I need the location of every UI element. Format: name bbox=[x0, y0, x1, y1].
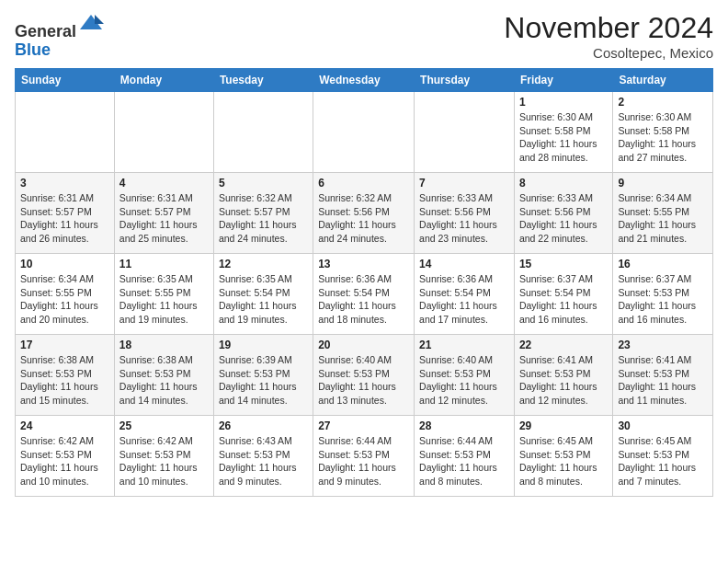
day-number: 16 bbox=[618, 258, 708, 270]
day-number: 8 bbox=[519, 177, 608, 190]
day-number: 18 bbox=[119, 339, 209, 351]
calendar-cell: 7Sunrise: 6:33 AM Sunset: 5:56 PM Daylig… bbox=[415, 173, 515, 254]
day-info: Sunrise: 6:32 AM Sunset: 5:57 PM Dayligh… bbox=[219, 191, 308, 246]
weekday-header-monday: Monday bbox=[114, 69, 213, 92]
calendar-cell: 26Sunrise: 6:43 AM Sunset: 5:53 PM Dayli… bbox=[213, 416, 313, 497]
calendar-cell: 25Sunrise: 6:42 AM Sunset: 5:53 PM Dayli… bbox=[114, 416, 213, 497]
calendar-cell: 27Sunrise: 6:44 AM Sunset: 5:53 PM Dayli… bbox=[313, 416, 415, 497]
day-number: 23 bbox=[618, 339, 708, 351]
title-block: November 2024 Cosoltepec, Mexico bbox=[504, 11, 713, 61]
calendar-cell: 28Sunrise: 6:44 AM Sunset: 5:53 PM Dayli… bbox=[415, 416, 515, 497]
calendar-cell: 1Sunrise: 6:30 AM Sunset: 5:58 PM Daylig… bbox=[514, 92, 612, 173]
day-info: Sunrise: 6:45 AM Sunset: 5:53 PM Dayligh… bbox=[519, 434, 608, 488]
calendar-cell: 29Sunrise: 6:45 AM Sunset: 5:53 PM Dayli… bbox=[514, 416, 612, 497]
calendar-cell: 6Sunrise: 6:32 AM Sunset: 5:56 PM Daylig… bbox=[313, 173, 415, 254]
logo-blue: Blue bbox=[15, 41, 104, 60]
day-info: Sunrise: 6:41 AM Sunset: 5:53 PM Dayligh… bbox=[618, 353, 708, 408]
day-number: 20 bbox=[318, 339, 409, 351]
logo: General Blue bbox=[15, 11, 104, 60]
location: Cosoltepec, Mexico bbox=[504, 45, 713, 61]
weekday-header-tuesday: Tuesday bbox=[213, 69, 313, 92]
calendar-cell: 15Sunrise: 6:37 AM Sunset: 5:54 PM Dayli… bbox=[514, 254, 612, 335]
day-number: 5 bbox=[219, 177, 308, 190]
day-info: Sunrise: 6:41 AM Sunset: 5:53 PM Dayligh… bbox=[519, 353, 608, 408]
day-info: Sunrise: 6:37 AM Sunset: 5:53 PM Dayligh… bbox=[618, 272, 708, 327]
weekday-header-friday: Friday bbox=[514, 69, 612, 92]
calendar-cell: 8Sunrise: 6:33 AM Sunset: 5:56 PM Daylig… bbox=[514, 173, 612, 254]
day-info: Sunrise: 6:32 AM Sunset: 5:56 PM Dayligh… bbox=[318, 191, 409, 246]
day-number: 27 bbox=[318, 419, 409, 432]
day-number: 4 bbox=[119, 177, 209, 190]
calendar-cell: 5Sunrise: 6:32 AM Sunset: 5:57 PM Daylig… bbox=[213, 173, 313, 254]
weekday-header-row: SundayMondayTuesdayWednesdayThursdayFrid… bbox=[16, 69, 713, 92]
calendar-cell: 4Sunrise: 6:31 AM Sunset: 5:57 PM Daylig… bbox=[114, 173, 213, 254]
calendar-cell: 20Sunrise: 6:40 AM Sunset: 5:53 PM Dayli… bbox=[313, 335, 415, 416]
calendar-cell bbox=[313, 92, 415, 173]
weekday-header-wednesday: Wednesday bbox=[313, 69, 415, 92]
day-info: Sunrise: 6:38 AM Sunset: 5:53 PM Dayligh… bbox=[20, 353, 109, 408]
day-number: 29 bbox=[519, 419, 608, 432]
calendar-cell: 18Sunrise: 6:38 AM Sunset: 5:53 PM Dayli… bbox=[114, 335, 213, 416]
page: General Blue November 2024 Cosoltepec, M… bbox=[0, 0, 728, 504]
calendar-cell: 10Sunrise: 6:34 AM Sunset: 5:55 PM Dayli… bbox=[16, 254, 115, 335]
day-info: Sunrise: 6:33 AM Sunset: 5:56 PM Dayligh… bbox=[519, 191, 608, 246]
day-number: 13 bbox=[318, 258, 409, 270]
day-number: 25 bbox=[119, 419, 209, 432]
day-info: Sunrise: 6:35 AM Sunset: 5:55 PM Dayligh… bbox=[119, 272, 209, 327]
day-info: Sunrise: 6:35 AM Sunset: 5:54 PM Dayligh… bbox=[219, 272, 308, 327]
week-row-5: 24Sunrise: 6:42 AM Sunset: 5:53 PM Dayli… bbox=[16, 416, 713, 497]
calendar-cell: 23Sunrise: 6:41 AM Sunset: 5:53 PM Dayli… bbox=[613, 335, 713, 416]
day-number: 6 bbox=[318, 177, 409, 190]
calendar-cell: 11Sunrise: 6:35 AM Sunset: 5:55 PM Dayli… bbox=[114, 254, 213, 335]
calendar-cell: 17Sunrise: 6:38 AM Sunset: 5:53 PM Dayli… bbox=[16, 335, 115, 416]
day-number: 19 bbox=[219, 339, 308, 351]
week-row-3: 10Sunrise: 6:34 AM Sunset: 5:55 PM Dayli… bbox=[16, 254, 713, 335]
day-number: 22 bbox=[519, 339, 608, 351]
header: General Blue November 2024 Cosoltepec, M… bbox=[15, 11, 713, 61]
svg-marker-1 bbox=[95, 15, 104, 24]
day-info: Sunrise: 6:38 AM Sunset: 5:53 PM Dayligh… bbox=[119, 353, 209, 408]
calendar: SundayMondayTuesdayWednesdayThursdayFrid… bbox=[15, 68, 713, 497]
day-info: Sunrise: 6:37 AM Sunset: 5:54 PM Dayligh… bbox=[519, 272, 608, 327]
day-number: 12 bbox=[219, 258, 308, 270]
day-info: Sunrise: 6:33 AM Sunset: 5:56 PM Dayligh… bbox=[419, 191, 509, 246]
week-row-4: 17Sunrise: 6:38 AM Sunset: 5:53 PM Dayli… bbox=[16, 335, 713, 416]
calendar-cell bbox=[16, 92, 115, 173]
day-number: 7 bbox=[419, 177, 509, 190]
day-info: Sunrise: 6:30 AM Sunset: 5:58 PM Dayligh… bbox=[618, 110, 708, 165]
calendar-cell: 21Sunrise: 6:40 AM Sunset: 5:53 PM Dayli… bbox=[415, 335, 515, 416]
calendar-cell bbox=[415, 92, 515, 173]
day-number: 21 bbox=[419, 339, 509, 351]
calendar-cell: 9Sunrise: 6:34 AM Sunset: 5:55 PM Daylig… bbox=[613, 173, 713, 254]
calendar-cell bbox=[213, 92, 313, 173]
day-info: Sunrise: 6:34 AM Sunset: 5:55 PM Dayligh… bbox=[20, 272, 109, 327]
day-info: Sunrise: 6:42 AM Sunset: 5:53 PM Dayligh… bbox=[20, 434, 109, 488]
day-info: Sunrise: 6:40 AM Sunset: 5:53 PM Dayligh… bbox=[318, 353, 409, 408]
calendar-cell: 24Sunrise: 6:42 AM Sunset: 5:53 PM Dayli… bbox=[16, 416, 115, 497]
day-info: Sunrise: 6:43 AM Sunset: 5:53 PM Dayligh… bbox=[219, 434, 308, 488]
calendar-cell: 14Sunrise: 6:36 AM Sunset: 5:54 PM Dayli… bbox=[415, 254, 515, 335]
day-info: Sunrise: 6:44 AM Sunset: 5:53 PM Dayligh… bbox=[318, 434, 409, 488]
day-info: Sunrise: 6:36 AM Sunset: 5:54 PM Dayligh… bbox=[318, 272, 409, 327]
logo-text: General bbox=[15, 11, 104, 41]
day-info: Sunrise: 6:31 AM Sunset: 5:57 PM Dayligh… bbox=[119, 191, 209, 246]
day-info: Sunrise: 6:44 AM Sunset: 5:53 PM Dayligh… bbox=[419, 434, 509, 488]
day-number: 11 bbox=[119, 258, 209, 270]
logo-general: General bbox=[15, 22, 76, 40]
day-info: Sunrise: 6:45 AM Sunset: 5:53 PM Dayligh… bbox=[618, 434, 708, 488]
calendar-cell: 16Sunrise: 6:37 AM Sunset: 5:53 PM Dayli… bbox=[613, 254, 713, 335]
calendar-cell: 12Sunrise: 6:35 AM Sunset: 5:54 PM Dayli… bbox=[213, 254, 313, 335]
day-number: 9 bbox=[618, 177, 708, 190]
weekday-header-saturday: Saturday bbox=[613, 69, 713, 92]
day-number: 15 bbox=[519, 258, 608, 270]
day-number: 2 bbox=[618, 96, 708, 109]
week-row-1: 1Sunrise: 6:30 AM Sunset: 5:58 PM Daylig… bbox=[16, 92, 713, 173]
day-number: 1 bbox=[519, 96, 608, 109]
day-number: 14 bbox=[419, 258, 509, 270]
day-info: Sunrise: 6:39 AM Sunset: 5:53 PM Dayligh… bbox=[219, 353, 308, 408]
calendar-cell: 3Sunrise: 6:31 AM Sunset: 5:57 PM Daylig… bbox=[16, 173, 115, 254]
day-info: Sunrise: 6:36 AM Sunset: 5:54 PM Dayligh… bbox=[419, 272, 509, 327]
calendar-cell: 19Sunrise: 6:39 AM Sunset: 5:53 PM Dayli… bbox=[213, 335, 313, 416]
day-info: Sunrise: 6:31 AM Sunset: 5:57 PM Dayligh… bbox=[20, 191, 109, 246]
day-number: 24 bbox=[20, 419, 109, 432]
